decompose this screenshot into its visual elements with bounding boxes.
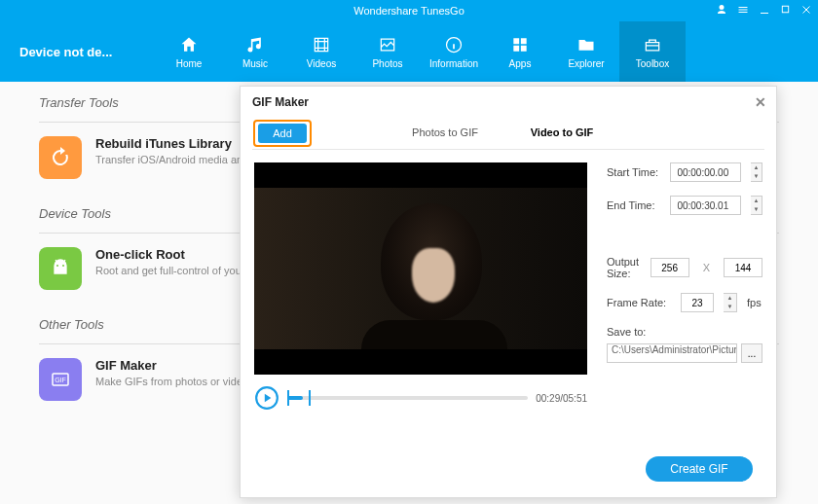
modal-title: GIF Maker <box>252 95 309 109</box>
minimize-button[interactable] <box>759 4 770 18</box>
nav: Home Music Videos Photos Information App… <box>156 21 818 82</box>
start-time-stepper[interactable]: ▲▼ <box>751 162 762 182</box>
frame-rate-label: Frame Rate: <box>607 297 671 308</box>
nav-music[interactable]: Music <box>222 21 288 82</box>
nav-information[interactable]: Information <box>421 21 487 82</box>
android-icon <box>39 247 82 290</box>
nav-label: Music <box>242 58 268 69</box>
start-time-field[interactable]: 00:00:00.00 <box>670 162 741 182</box>
menu-icon[interactable] <box>737 4 749 18</box>
modal-header: GIF Maker ✕ <box>241 87 776 118</box>
user-icon[interactable] <box>716 4 727 18</box>
add-button[interactable]: Add <box>258 124 307 143</box>
info-icon <box>444 35 464 54</box>
output-size-label: Output Size: <box>607 256 641 279</box>
play-button[interactable] <box>254 385 279 411</box>
save-path-field[interactable]: C:\Users\Administrator\Pictures\W <box>607 343 737 363</box>
range-start-handle[interactable] <box>287 390 289 406</box>
topbar: Device not de... Home Music Videos Photo… <box>0 21 818 82</box>
nav-label: Toolbox <box>636 58 669 69</box>
save-to-label: Save to: <box>607 326 762 338</box>
music-icon <box>245 35 265 54</box>
close-icon[interactable]: ✕ <box>755 94 766 110</box>
end-time-stepper[interactable]: ▲▼ <box>751 196 762 215</box>
titlebar: Wondershare TunesGo <box>0 0 818 21</box>
refresh-icon <box>39 136 82 179</box>
end-time-label: End Time: <box>607 199 660 211</box>
nav-home[interactable]: Home <box>156 21 222 82</box>
nav-videos[interactable]: Videos <box>288 21 354 82</box>
nav-toolbox[interactable]: Toolbox <box>619 21 686 82</box>
frame-rate-field[interactable] <box>681 293 714 312</box>
end-time-field[interactable]: 00:00:30.01 <box>670 196 741 215</box>
nav-apps[interactable]: Apps <box>487 21 553 82</box>
nav-photos[interactable]: Photos <box>354 21 421 82</box>
tab-video-to-gif[interactable]: Video to GIF <box>503 118 620 149</box>
window-controls <box>716 0 812 21</box>
browse-button[interactable]: ... <box>741 343 762 363</box>
frame-rate-stepper[interactable]: ▲▼ <box>724 293 737 312</box>
tabs: Photos to GIF Video to GIF <box>387 118 620 149</box>
svg-point-2 <box>62 265 64 267</box>
svg-text:GIF: GIF <box>55 377 66 383</box>
output-width-field[interactable] <box>651 258 689 277</box>
create-gif-button[interactable]: Create GIF <box>646 456 753 482</box>
fps-suffix: fps <box>747 297 762 308</box>
gif-maker-modal: GIF Maker ✕ Add Photos to GIF Video to G… <box>240 86 777 498</box>
nav-label: Explorer <box>568 58 604 69</box>
device-status[interactable]: Device not de... <box>0 21 156 82</box>
videos-icon <box>312 35 331 54</box>
explorer-icon <box>576 35 596 54</box>
video-preview[interactable] <box>254 162 587 375</box>
start-time-label: Start Time: <box>607 166 660 178</box>
apps-icon <box>510 35 530 54</box>
gif-icon: GIF <box>39 358 82 401</box>
nav-explorer[interactable]: Explorer <box>553 21 619 82</box>
svg-point-1 <box>56 265 58 267</box>
home-icon <box>179 35 199 54</box>
nav-label: Home <box>176 58 203 69</box>
output-height-field[interactable] <box>724 258 762 277</box>
nav-label: Photos <box>372 58 402 69</box>
divider <box>252 149 764 150</box>
close-button[interactable] <box>800 4 812 18</box>
nav-label: Videos <box>307 58 336 69</box>
timeline-slider[interactable] <box>287 387 528 409</box>
playback-controls: 00:29/05:51 <box>254 382 587 414</box>
toolbox-icon <box>643 35 662 54</box>
playback-time: 00:29/05:51 <box>536 393 587 404</box>
app-title: Wondershare TunesGo <box>353 5 465 17</box>
x-separator: X <box>703 262 710 273</box>
tab-photos-to-gif[interactable]: Photos to GIF <box>387 118 503 149</box>
maximize-button[interactable] <box>780 4 791 18</box>
range-end-handle[interactable] <box>309 390 311 406</box>
nav-label: Information <box>429 58 478 69</box>
photos-icon <box>378 35 397 54</box>
nav-label: Apps <box>509 58 532 69</box>
tool-desc: Make GIFs from photos or video <box>95 375 248 389</box>
tool-title: GIF Maker <box>95 358 248 373</box>
gif-settings: Start Time: 00:00:00.00 ▲▼ End Time: 00:… <box>607 162 762 363</box>
